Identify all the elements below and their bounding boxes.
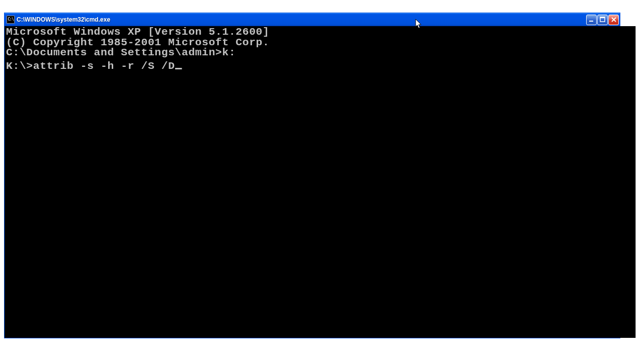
minimize-button[interactable]	[586, 15, 597, 25]
titlebar[interactable]: C:\ C:\WINDOWS\system32\cmd.exe	[5, 13, 620, 26]
cmd-window: C:\ C:\WINDOWS\system32\cmd.exe Microsof…	[4, 13, 620, 338]
window-title: C:\WINDOWS\system32\cmd.exe	[17, 16, 586, 23]
terminal-output[interactable]: Microsoft Windows XP [Version 5.1.2600](…	[5, 26, 635, 338]
maximize-icon	[600, 17, 606, 23]
text-cursor	[175, 59, 182, 70]
cmd-icon: C:\	[7, 16, 15, 24]
window-controls	[586, 15, 619, 25]
svg-rect-0	[589, 21, 593, 22]
terminal-line: (C) Copyright 1985-2001 Microsoft Corp.	[6, 38, 635, 48]
close-icon	[611, 17, 617, 23]
svg-rect-2	[600, 17, 605, 18]
client-area: Microsoft Windows XP [Version 5.1.2600](…	[5, 26, 620, 338]
maximize-button[interactable]	[597, 15, 608, 25]
minimize-icon	[589, 17, 595, 23]
close-button[interactable]	[608, 15, 619, 25]
terminal-line: K:\>attrib -s -h -r /S /D	[6, 58, 635, 71]
terminal-line: C:\Documents and Settings\admin>k:	[6, 48, 635, 58]
terminal-line: Microsoft Windows XP [Version 5.1.2600]	[6, 27, 635, 38]
